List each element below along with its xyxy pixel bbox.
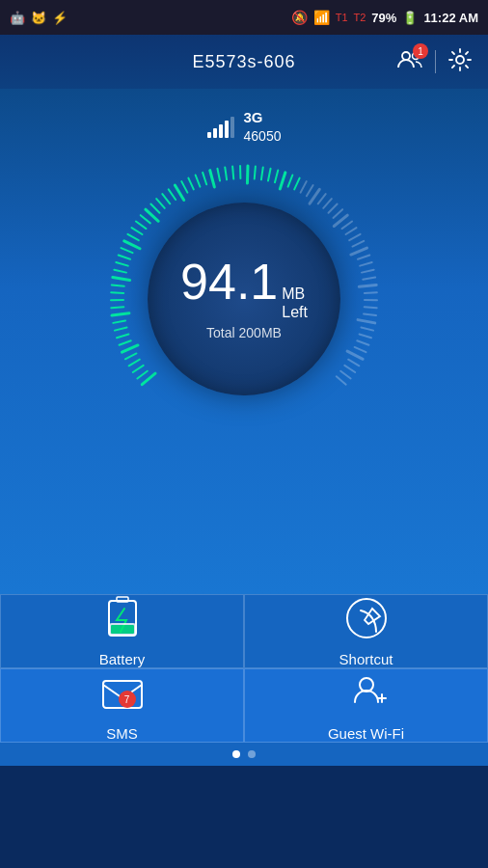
clock: 11:22 AM <box>423 11 478 25</box>
svg-line-38 <box>210 170 215 186</box>
signal-bars <box>207 115 234 138</box>
svg-line-41 <box>232 166 233 178</box>
users-badge: 1 <box>413 43 428 59</box>
mute-icon: 🔕 <box>291 10 308 25</box>
bar1 <box>207 132 211 138</box>
battery-cell[interactable]: Battery <box>0 594 244 668</box>
svg-line-12 <box>113 320 125 322</box>
svg-line-81 <box>340 370 350 378</box>
svg-line-82 <box>337 376 346 384</box>
shortcut-label: Shortcut <box>339 651 393 667</box>
svg-line-9 <box>120 340 131 345</box>
sms-label: SMS <box>106 725 138 742</box>
svg-line-61 <box>349 234 360 240</box>
svg-line-29 <box>150 203 159 212</box>
guest-wifi-cell[interactable]: Guest Wi-Fi <box>244 668 488 743</box>
svg-line-74 <box>361 327 373 330</box>
svg-line-8 <box>122 345 138 352</box>
svg-line-50 <box>294 177 299 189</box>
android-icon: 🤖 <box>10 11 25 25</box>
svg-line-32 <box>169 189 176 200</box>
bar4 <box>225 121 229 138</box>
gauge-number: 94.1 <box>180 257 278 307</box>
svg-line-10 <box>117 334 128 338</box>
sms-cell-icon: 7 <box>99 669 146 716</box>
svg-line-3 <box>142 373 155 385</box>
svg-line-64 <box>358 255 369 258</box>
svg-line-53 <box>310 189 319 203</box>
users-button[interactable]: 1 <box>396 48 423 75</box>
network-number: 46050 <box>244 127 282 145</box>
svg-line-48 <box>280 173 285 189</box>
svg-line-59 <box>342 221 353 229</box>
svg-rect-85 <box>110 624 135 635</box>
guest-wifi-label: Guest Wi-Fi <box>328 725 404 742</box>
usb-icon: ⚡ <box>52 11 68 25</box>
guest-wifi-cell-icon <box>343 669 390 716</box>
battery-label: Battery <box>99 651 146 667</box>
svg-line-21 <box>119 255 130 258</box>
bar5 <box>230 117 234 138</box>
svg-line-47 <box>275 170 278 182</box>
svg-point-0 <box>402 52 410 60</box>
svg-line-19 <box>114 269 126 272</box>
svg-line-26 <box>136 221 147 229</box>
svg-line-79 <box>348 359 359 366</box>
settings-icon <box>447 47 473 72</box>
svg-line-7 <box>125 353 137 359</box>
svg-line-75 <box>360 334 371 338</box>
svg-line-57 <box>333 209 342 218</box>
svg-line-76 <box>357 340 368 345</box>
svg-line-69 <box>365 292 377 293</box>
bar2 <box>213 128 217 138</box>
svg-line-13 <box>112 312 129 314</box>
svg-line-17 <box>112 285 124 285</box>
status-left-icons: 🤖 🐱 ⚡ <box>10 11 68 25</box>
sms-badge: 7 <box>119 691 136 708</box>
status-right-info: 🔕 📶 T1 T2 79% 🔋 11:22 AM <box>291 10 478 25</box>
gauge-unit-bottom: Left <box>282 303 308 321</box>
shortcut-cell[interactable]: Shortcut <box>244 594 488 668</box>
battery-percent: 79% <box>371 11 396 25</box>
battery-icon: 🔋 <box>402 11 418 25</box>
settings-button[interactable] <box>447 47 473 76</box>
svg-line-58 <box>334 215 347 226</box>
page-dot-2[interactable] <box>248 750 256 758</box>
bar3 <box>219 124 223 138</box>
svg-line-18 <box>113 277 130 280</box>
gauge-center: 94.1 MB Left Total 200MB <box>148 203 340 395</box>
gauge-value-row: 94.1 MB Left <box>180 257 308 321</box>
network-type: 3G <box>244 108 282 127</box>
signal-info: 3G 46050 <box>207 108 282 145</box>
status-bar: 🤖 🐱 ⚡ 🔕 📶 T1 T2 79% 🔋 11:22 AM <box>0 0 488 35</box>
svg-line-39 <box>217 168 220 180</box>
bottom-grid: Battery Shortcut 7 SMS <box>0 594 488 743</box>
svg-line-37 <box>203 173 206 184</box>
svg-line-49 <box>288 175 293 186</box>
header-divider <box>435 50 436 73</box>
svg-line-62 <box>353 241 365 247</box>
signal-text: 3G 46050 <box>244 108 282 145</box>
svg-point-88 <box>360 678 373 692</box>
svg-line-60 <box>346 228 357 234</box>
svg-line-16 <box>111 292 123 293</box>
svg-line-24 <box>127 234 138 240</box>
svg-line-22 <box>122 248 133 253</box>
svg-line-55 <box>323 199 332 208</box>
svg-line-33 <box>175 185 183 200</box>
page-dot-1[interactable] <box>232 750 240 758</box>
gauge-unit: MB Left <box>282 285 308 321</box>
gauge-container: 94.1 MB Left Total 200MB <box>99 154 389 444</box>
svg-line-31 <box>162 194 170 203</box>
sms-cell[interactable]: 7 SMS <box>0 668 244 743</box>
svg-line-80 <box>344 366 355 372</box>
gauge-unit-top: MB <box>282 285 308 303</box>
page-indicators <box>0 743 488 766</box>
guest-wifi-svg-icon <box>343 669 390 716</box>
svg-line-65 <box>360 262 371 266</box>
svg-line-14 <box>111 307 123 308</box>
svg-line-46 <box>268 168 271 180</box>
header-icons: 1 <box>396 47 473 76</box>
svg-line-63 <box>351 248 367 255</box>
svg-line-28 <box>146 209 158 221</box>
